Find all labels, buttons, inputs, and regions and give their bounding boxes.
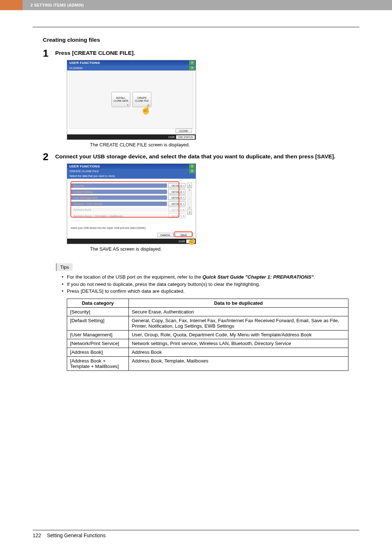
table-row: [Address Book + Template + MailBoxes]Add… — [67, 356, 348, 370]
tip-item: If you do not need to duplicate, press t… — [62, 281, 348, 288]
chevron-icon: ▸ — [148, 104, 150, 106]
scrollbar[interactable]: ∧ 1 ∕ 1 ∨ — [187, 183, 192, 231]
data-category-table: Data category Data to be duplicated [Sec… — [67, 299, 348, 371]
section-title: Creating cloning files — [43, 37, 359, 43]
job-status-button[interactable]: JOB — [186, 239, 195, 243]
clone-category-label: Address Book + Template + MailBoxes — [71, 213, 167, 218]
table-cell-category: [Default Setting] — [67, 316, 129, 330]
details-button[interactable]: DETAILS▸ — [168, 189, 185, 194]
ss2-footer-instruction: Insert your USB device into the copier U… — [71, 227, 146, 229]
step-1-text: Press [CREATE CLONE FILE]. — [55, 48, 359, 56]
table-cell-data: Address Book, Template, Mailboxes — [129, 356, 348, 370]
screenshot-create-clone-file: USER FUNCTIONS ? CREATE CLONE FILE ? Sel… — [67, 163, 196, 244]
table-cell-data: User, Group, Role, Quota, Department Cod… — [129, 330, 348, 339]
table-cell-data: Secure Erase, Authentication — [129, 307, 348, 316]
close-button[interactable]: CLOSE — [175, 129, 192, 133]
scroll-up-icon[interactable]: ∧ — [187, 183, 192, 188]
step-1: 1 Press [CREATE CLONE FILE]. — [43, 48, 359, 58]
chevron-icon: ▸ — [183, 190, 184, 194]
chevron-icon: ▸ — [183, 207, 184, 212]
table-cell-category: [User Management] — [67, 330, 129, 339]
help-icon[interactable]: ? — [189, 169, 195, 173]
ss1-body: INSTALL CLONE DATA ▸ CREATE CLONE FILE ▸ — [69, 70, 193, 129]
ss2-instruction: Select the data that you want to clone. — [67, 173, 196, 179]
clock: 13:05 — [168, 136, 175, 138]
chevron-icon: ▸ — [127, 104, 129, 106]
table-cell-data: Network settings, Print service, Wireles… — [129, 339, 348, 348]
caption-1: The CREATE CLONE FILE screen is displaye… — [90, 142, 359, 147]
cancel-button[interactable]: CANCEL — [157, 233, 174, 237]
help-icon[interactable]: ? — [189, 164, 195, 169]
details-button[interactable]: DETAILS▸ — [168, 195, 185, 200]
page-num-top: 1 — [189, 189, 190, 191]
page-footer: 122 Setting General Functions — [33, 530, 359, 538]
table-row: [Network/Print Service]Network settings,… — [67, 339, 348, 348]
chevron-icon: ▸ — [183, 195, 184, 200]
divider-top — [33, 27, 359, 27]
clone-category-label: Default Setting — [71, 189, 167, 194]
table-cell-category: [Network/Print Service] — [67, 339, 129, 348]
page-number: 122 — [33, 532, 41, 538]
breadcrumb-bar: 2 SETTING ITEMS (ADMIN) — [23, 0, 392, 10]
table-cell-category: [Security] — [67, 307, 129, 316]
chevron-icon: ▸ — [183, 214, 184, 218]
tip-item: For the location of the USB port on the … — [62, 274, 348, 281]
clock: 13:09 — [179, 240, 185, 243]
save-button[interactable]: SAVE — [175, 233, 192, 237]
clone-category-row[interactable]: Default SettingDETAILS▸ — [71, 189, 185, 195]
footer-title: Setting General Functions — [47, 532, 106, 538]
clone-category-label: User Management — [71, 195, 167, 200]
chevron-icon: ▸ — [183, 202, 184, 206]
ss1-title: USER FUNCTIONS — [68, 61, 100, 65]
clone-category-row[interactable]: Address BookDETAILS▸ — [71, 207, 185, 212]
table-cell-category: [Address Book + Template + MailBoxes] — [67, 356, 129, 370]
ss2-title: USER FUNCTIONS — [68, 165, 100, 168]
job-status-button[interactable]: JOB STATUS — [176, 135, 195, 139]
caption-2: The SAVE AS screen is displayed. — [90, 246, 359, 252]
divider-bottom — [33, 530, 359, 530]
details-button[interactable]: DETAILS▸ — [168, 183, 185, 188]
step-2-text: Connect your USB storage device, and sel… — [55, 152, 359, 160]
table-cell-data: General, Copy, Scan, Fax, Internet Fax, … — [129, 316, 348, 330]
details-button[interactable]: DETAILS▸ — [168, 201, 185, 206]
step-1-number: 1 — [43, 48, 55, 58]
table-row: [Security]Secure Erase, Authentication — [67, 307, 348, 316]
table-header-category: Data category — [67, 299, 129, 307]
scroll-down-icon[interactable]: ∨ — [187, 210, 192, 215]
clone-category-label: Address Book — [71, 207, 167, 212]
install-clone-data-button[interactable]: INSTALL CLONE DATA ▸ — [111, 92, 130, 107]
table-row: [User Management]User, Group, Role, Quot… — [67, 330, 348, 339]
ss1-subtitle: CLONING — [69, 66, 82, 70]
help-icon[interactable]: ? — [189, 61, 195, 65]
table-row: [Default Setting]General, Copy, Scan, Fa… — [67, 316, 348, 330]
clone-category-row[interactable]: Network / Print ServiceDETAILS▸ — [71, 201, 185, 207]
tip-item: Press [DETAILS] to confirm which data ar… — [62, 288, 348, 295]
create-clone-file-button[interactable]: CREATE CLONE FILE ▸ — [132, 92, 151, 107]
clone-category-row[interactable]: User ManagementDETAILS▸ — [71, 195, 185, 200]
page-num-bot: 1 — [189, 206, 190, 209]
clone-category-row[interactable]: Address Book + Template + MailBoxesDETAI… — [71, 213, 185, 219]
clone-category-row[interactable]: SecurityDETAILS▸ — [71, 183, 185, 189]
breadcrumb-text: 2 SETTING ITEMS (ADMIN) — [30, 3, 84, 7]
step-2: 2 Connect your USB storage device, and s… — [43, 152, 359, 162]
table-cell-category: [Address Book] — [67, 348, 129, 356]
help-icon[interactable]: ? — [189, 66, 195, 70]
details-button[interactable]: DETAILS▸ — [168, 213, 185, 218]
table-cell-data: Address Book — [129, 348, 348, 356]
tips-list: For the location of the USB port on the … — [62, 274, 348, 295]
screenshot-cloning: USER FUNCTIONS ? CLONING ? INSTALL CLONE… — [67, 60, 196, 140]
ss2-subtitle: CREATE CLONE FILE — [69, 170, 99, 173]
tips-label: Tips — [56, 263, 73, 271]
clone-category-label: Network / Print Service — [71, 201, 167, 206]
clone-category-label: Security — [71, 183, 167, 188]
step-2-number: 2 — [43, 152, 55, 162]
chevron-icon: ▸ — [183, 183, 184, 188]
details-button[interactable]: DETAILS▸ — [168, 207, 185, 212]
table-row: [Address Book]Address Book — [67, 348, 348, 356]
table-header-data: Data to be duplicated — [129, 299, 348, 307]
chapter-tab — [0, 0, 23, 10]
